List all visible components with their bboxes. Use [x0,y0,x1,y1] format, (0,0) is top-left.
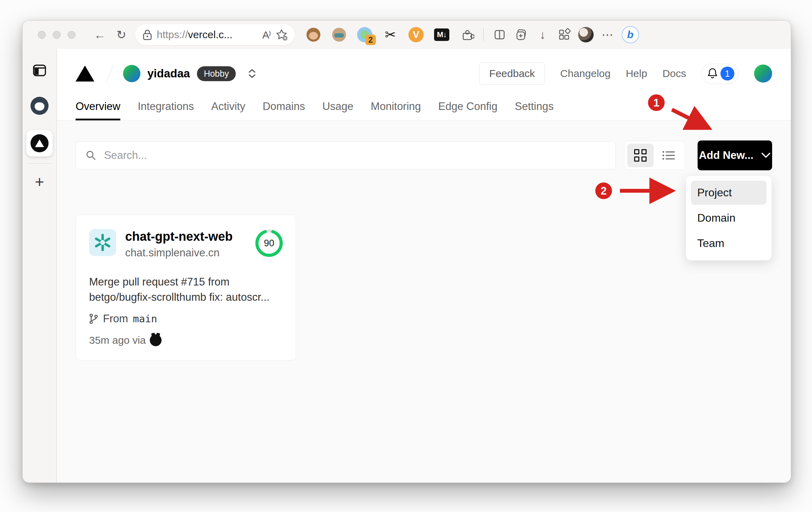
read-aloud-icon[interactable]: A⁾ [262,29,270,41]
user-avatar[interactable] [754,65,772,83]
downloads-icon[interactable]: ↓ [535,27,550,42]
git-branch-icon [89,314,98,324]
zoom-window-button[interactable] [68,31,76,39]
project-card[interactable]: chat-gpt-next-web chat.simplenaive.cn 90 [76,215,296,360]
docs-link[interactable]: Docs [663,68,686,79]
add-new-dropdown: Project Domain Team [686,176,772,261]
extension-badge: 2 [365,35,376,45]
orange-v-extension-icon[interactable]: V [408,27,424,42]
vercel-header: yidadaa Hobby Feedback Changelog Help Do [57,49,791,121]
breadcrumb-slash [106,65,113,82]
bing-chat-icon[interactable]: b [622,26,639,43]
feedback-button[interactable]: Feedback [479,62,545,85]
screenshot-stage: ← ↻ https://vercel.c... A⁾ [0,0,812,512]
add-new-button[interactable]: Add New... [698,140,772,170]
project-domain[interactable]: chat.simplenaive.cn [125,247,233,259]
vercel-active-tab[interactable] [26,130,53,156]
tab-monitoring[interactable]: Monitoring [371,100,421,120]
tab-settings[interactable]: Settings [515,100,554,120]
team-name: yidadaa [147,67,190,80]
project-favicon [89,229,116,256]
close-window-button[interactable] [38,31,46,39]
dropdown-item-team[interactable]: Team [691,231,767,255]
search-icon [86,150,96,161]
view-toggle [624,141,685,170]
edge-vertical-tab-bar: + [23,49,57,483]
branch-name: main [133,313,157,325]
new-tab-button[interactable]: + [28,171,51,193]
sloth-extension-icon[interactable] [331,27,347,42]
help-link[interactable]: Help [626,68,647,79]
browser-menu-icon[interactable]: ⋯ [600,27,615,42]
minimize-window-button[interactable] [53,31,61,39]
collections-icon[interactable] [513,27,529,42]
github-icon [150,334,162,346]
search-input[interactable] [104,149,606,162]
plan-badge: Hobby [197,66,236,81]
tab-divider [28,163,51,164]
nav-tabs: Overview Integrations Activity Domains U… [76,100,554,120]
team-avatar [123,65,140,82]
tab-activity[interactable]: Activity [211,100,245,120]
list-view-button[interactable] [656,144,682,167]
extension-icons: 2 ✂ V M↓ [306,27,475,42]
tab-usage[interactable]: Usage [322,100,354,120]
address-bar[interactable]: https://vercel.c... A⁾ [135,24,295,45]
notification-count-badge: 1 [720,67,734,80]
github-tab-icon[interactable] [28,95,51,117]
project-name[interactable]: chat-gpt-next-web [125,229,233,244]
list-view-icon [662,150,676,161]
workspaces-icon[interactable] [556,27,572,42]
notifications-button[interactable]: 1 [701,63,739,84]
dropdown-item-project[interactable]: Project [691,181,767,205]
lock-icon [143,29,152,40]
monkey-extension-icon[interactable] [306,27,321,42]
lighthouse-score: 90 [254,228,284,258]
tab-edge-config[interactable]: Edge Config [438,100,498,120]
tab-integrations[interactable]: Integrations [138,100,194,120]
score-value: 90 [254,228,284,258]
vercel-favicon [31,134,49,152]
toolbar-divider [483,28,484,41]
project-search[interactable] [76,142,616,169]
extensions-puzzle-icon[interactable] [460,27,475,42]
team-switcher-chevrons-icon[interactable] [248,69,256,78]
bell-icon [707,67,718,80]
team-switcher[interactable]: yidadaa Hobby [123,65,256,82]
openai-logo-icon [93,233,112,252]
favorite-star-icon[interactable] [275,28,288,41]
deploy-time: 35m ago via [89,334,146,346]
browser-profile-avatar[interactable] [578,27,594,43]
chevron-down-icon [761,152,771,159]
url-text: https://vercel.c... [157,29,232,41]
changelog-link[interactable]: Changelog [560,68,611,79]
grid-view-icon [634,149,647,162]
browser-toolbar: ← ↻ https://vercel.c... A⁾ [23,20,791,49]
commit-message: Merge pull request #715 from betgo/bugfi… [89,274,276,305]
refresh-button[interactable]: ↻ [114,27,129,42]
vercel-page: yidadaa Hobby Feedback Changelog Help Do [57,49,791,483]
markdown-download-extension-icon[interactable]: M↓ [434,27,449,42]
grid-view-button[interactable] [627,144,654,167]
vercel-logo[interactable] [76,66,94,82]
overview-content: Add New... Project Domain Team [57,121,791,483]
branch-label: From [103,313,128,325]
tab-overview[interactable]: Overview [76,100,120,120]
dropdown-item-domain[interactable]: Domain [691,206,767,230]
back-button[interactable]: ← [92,27,107,42]
sidebar-toggle-icon[interactable] [28,59,51,82]
translate-extension-icon[interactable]: 2 [357,27,372,42]
clipper-extension-icon[interactable]: ✂ [383,27,398,42]
window-controls[interactable] [38,31,76,39]
tab-domains[interactable]: Domains [262,100,305,120]
split-screen-icon[interactable] [492,27,507,42]
browser-window: ← ↻ https://vercel.c... A⁾ [22,20,791,483]
